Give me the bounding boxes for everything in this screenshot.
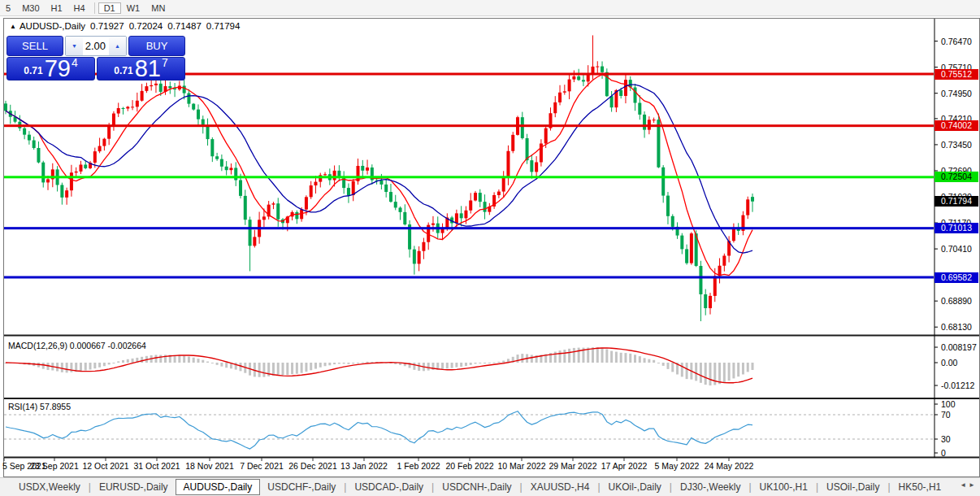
sell-button[interactable]: SELL	[7, 36, 63, 56]
tab-nav-arrows: ◄►	[960, 481, 978, 489]
up-triangle-icon: ▲	[10, 23, 16, 30]
macd-indicator-label: MACD(12,26,9) 0.000667 -0.002664	[8, 341, 146, 350]
tab-separator: |	[887, 481, 890, 493]
tab-scroll-left-icon[interactable]: ◄	[960, 481, 969, 489]
rsi-indicator-label: RSI(14) 57.8955	[8, 402, 71, 411]
sell-price-display[interactable]: 0.71794	[7, 57, 95, 80]
buy-button[interactable]: BUY	[128, 36, 185, 56]
chart-tab-dj30-weekly[interactable]: DJ30-,Weekly	[673, 480, 748, 494]
chevron-down-icon: ▼	[72, 43, 77, 49]
tab-separator: |	[431, 481, 434, 493]
buy-price-prefix: 0.71	[114, 65, 132, 76]
volume-stepper: ▼ 2.00 ▲	[65, 36, 127, 56]
tab-separator: |	[89, 481, 91, 493]
chart-tab-usdcad-daily[interactable]: USDCAD-,Daily	[347, 480, 431, 494]
chart-tab-xauusd-h4[interactable]: XAUUSD-,H4	[523, 480, 597, 494]
sell-price-big: 79	[45, 58, 71, 79]
buy-price-pipette: 7	[162, 56, 168, 69]
sell-price-pipette: 4	[72, 56, 78, 69]
chart-tab-hk50-h1[interactable]: HK50-,H1	[891, 480, 949, 494]
tab-separator: |	[520, 481, 523, 493]
chart-tab-eurusd-daily[interactable]: EURUSD-,Daily	[92, 480, 176, 494]
tab-scroll-right-icon[interactable]: ►	[969, 481, 978, 489]
high-value: 0.72024	[129, 21, 163, 31]
tab-separator: |	[816, 481, 818, 493]
tab-separator: |	[748, 481, 751, 493]
chart-tab-ukoil-daily[interactable]: UKOil-,Daily	[601, 480, 669, 494]
chart-tab-usoil-daily[interactable]: USOil-,Daily	[819, 480, 887, 494]
one-click-trading-panel: SELL ▼ 2.00 ▲ BUY 0.71794 0.71817	[7, 36, 185, 80]
tab-separator: |	[670, 481, 672, 493]
tab-separator: |	[344, 481, 346, 493]
buy-price-display[interactable]: 0.71817	[97, 57, 185, 80]
chart-tab-usdx-weekly[interactable]: USDX,Weekly	[11, 480, 88, 494]
symbol-label: AUDUSD-,Daily	[20, 21, 85, 31]
volume-field[interactable]: 2.00	[83, 37, 109, 55]
symbol-tab-bar: USDX,Weekly|EURUSD-,DailyAUDUSD-,DailyUS…	[0, 477, 980, 496]
volume-decrease-button[interactable]: ▼	[66, 37, 83, 55]
chart-tab-usdcnh-daily[interactable]: USDCNH-,Daily	[435, 480, 518, 494]
chart-tab-uk100-h1[interactable]: UK100-,H1	[752, 480, 815, 494]
close-value: 0.71794	[206, 21, 241, 31]
sell-price-prefix: 0.71	[24, 65, 42, 76]
trading-terminal: 5M30H1H4D1W1MN ▲AUDUSD-,Daily0.719270.72…	[0, 0, 980, 496]
chart-tab-usdchf-daily[interactable]: USDCHF-,Daily	[260, 480, 343, 494]
open-value: 0.71927	[90, 21, 124, 31]
buy-price-big: 81	[135, 58, 161, 79]
chart-ohlc-header: ▲AUDUSD-,Daily0.719270.720240.714870.717…	[10, 21, 245, 31]
volume-increase-button[interactable]: ▲	[109, 37, 126, 55]
tab-separator: |	[597, 481, 600, 493]
low-value: 0.71487	[167, 21, 202, 31]
chevron-up-icon: ▲	[115, 43, 120, 49]
chart-tab-audusd-daily[interactable]: AUDUSD-,Daily	[176, 479, 261, 495]
